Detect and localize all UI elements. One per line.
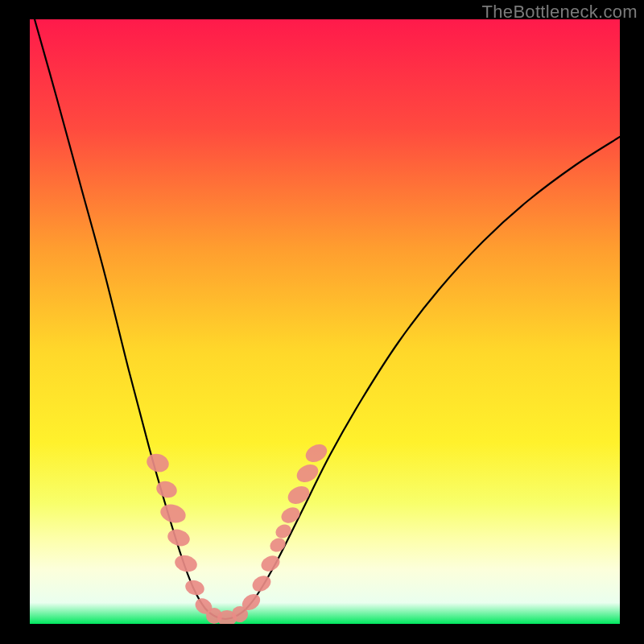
attribution-text: TheBottleneck.com	[482, 2, 638, 23]
bottleneck-chart: TheBottleneck.com	[0, 0, 644, 644]
plot-background	[30, 19, 620, 624]
chart-svg	[0, 0, 644, 644]
